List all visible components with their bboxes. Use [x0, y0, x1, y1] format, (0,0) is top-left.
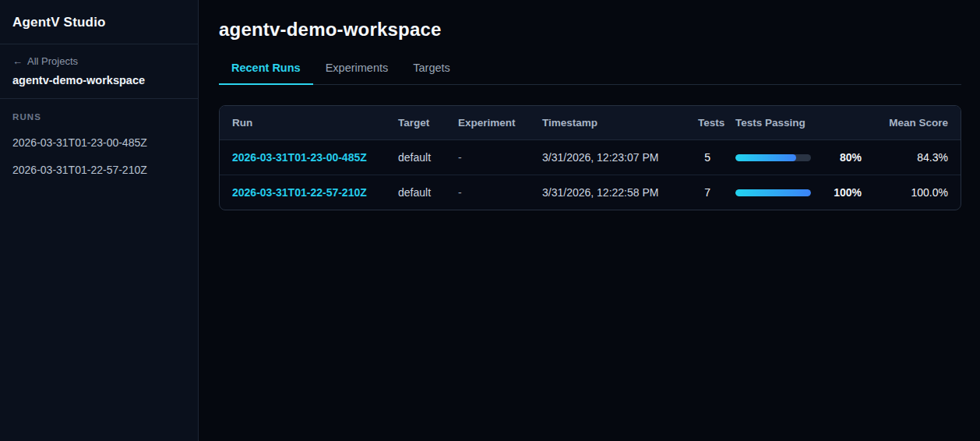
- arrow-left-icon: ←: [12, 55, 23, 67]
- timestamp-cell: 3/31/2026, 12:23:07 PM: [530, 140, 686, 175]
- all-projects-back-link[interactable]: ← All Projects: [12, 55, 185, 67]
- run-link[interactable]: 2026-03-31T01-23-00-485Z: [232, 151, 367, 164]
- sidebar-runs-section: RUNS 2026-03-31T01-23-00-485Z 2026-03-31…: [0, 99, 198, 189]
- timestamp-cell: 3/31/2026, 12:22:58 PM: [530, 175, 686, 210]
- sidebar-project-section: ← All Projects agentv-demo-workspace: [0, 44, 198, 99]
- progress-bar: [735, 189, 811, 196]
- runs-table-container: Run Target Experiment Timestamp Tests Te…: [219, 105, 961, 210]
- progress-bar-fill: [735, 154, 796, 161]
- tab-recent-runs[interactable]: Recent Runs: [219, 62, 313, 85]
- tests-passing-percent: 80%: [840, 151, 862, 164]
- sidebar-run-item[interactable]: 2026-03-31T01-22-57-210Z: [12, 164, 185, 176]
- progress-bar: [735, 154, 811, 161]
- runs-section-label: RUNS: [12, 112, 185, 122]
- target-cell: default: [386, 175, 446, 210]
- table-row: 2026-03-31T01-23-00-485Z default - 3/31/…: [220, 140, 961, 175]
- tests-count-cell: 7: [686, 175, 723, 210]
- table-row: 2026-03-31T01-22-57-210Z default - 3/31/…: [220, 175, 961, 210]
- tests-passing-cell: 100%: [735, 186, 862, 199]
- sidebar-header: AgentV Studio: [0, 0, 198, 44]
- progress-bar-fill: [735, 189, 811, 196]
- experiment-cell: -: [446, 140, 530, 175]
- mean-score-cell: 84.3%: [874, 140, 961, 175]
- col-header-tests: Tests: [686, 106, 723, 140]
- col-header-mean-score: Mean Score: [874, 106, 961, 140]
- sidebar-run-item[interactable]: 2026-03-31T01-23-00-485Z: [12, 136, 185, 149]
- col-header-experiment: Experiment: [446, 106, 530, 140]
- sidebar: AgentV Studio ← All Projects agentv-demo…: [0, 0, 199, 441]
- runs-table: Run Target Experiment Timestamp Tests Te…: [220, 106, 961, 210]
- col-header-tests-passing: Tests Passing: [723, 106, 874, 140]
- col-header-target: Target: [386, 106, 446, 140]
- table-header-row: Run Target Experiment Timestamp Tests Te…: [220, 106, 961, 140]
- tests-passing-cell: 80%: [735, 151, 862, 164]
- tab-targets[interactable]: Targets: [400, 62, 463, 85]
- target-cell: default: [386, 140, 446, 175]
- page-title: agentv-demo-workspace: [219, 19, 961, 41]
- all-projects-label: All Projects: [27, 55, 78, 67]
- experiment-cell: -: [446, 175, 530, 210]
- tab-experiments[interactable]: Experiments: [313, 62, 401, 85]
- app-title: AgentV Studio: [12, 15, 185, 30]
- main-content: agentv-demo-workspace Recent Runs Experi…: [199, 0, 980, 441]
- mean-score-cell: 100.0%: [874, 175, 961, 210]
- tab-bar: Recent Runs Experiments Targets: [219, 62, 961, 85]
- run-link[interactable]: 2026-03-31T01-22-57-210Z: [232, 186, 367, 199]
- tests-passing-percent: 100%: [834, 186, 862, 199]
- tests-count-cell: 5: [686, 140, 723, 175]
- col-header-timestamp: Timestamp: [530, 106, 686, 140]
- sidebar-workspace-name: agentv-demo-workspace: [12, 74, 185, 86]
- col-header-run: Run: [220, 106, 386, 140]
